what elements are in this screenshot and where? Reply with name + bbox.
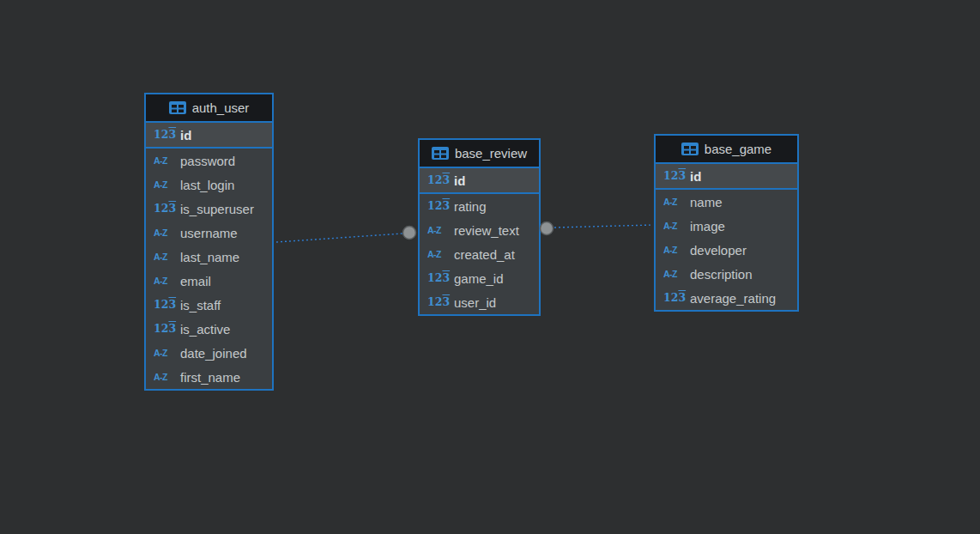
table-title: base_review <box>455 146 527 161</box>
column-row[interactable]: A-Zpassword <box>146 149 272 173</box>
column-name: id <box>690 169 701 184</box>
column-row[interactable]: 123is_active <box>146 317 272 341</box>
text-type-icon: A-Z <box>663 221 684 231</box>
column-row[interactable]: 123average_rating <box>656 286 797 310</box>
column-name: created_at <box>454 247 515 262</box>
number-type-icon: 123 <box>154 300 174 311</box>
column-row[interactable]: A-Zdeveloper <box>656 238 797 262</box>
column-row[interactable]: A-Zlast_name <box>146 245 272 269</box>
column-name: rating <box>454 199 487 214</box>
text-type-icon: A-Z <box>154 180 174 190</box>
text-type-icon: A-Z <box>154 156 174 166</box>
column-name: id <box>454 173 465 188</box>
number-type-icon: 123 <box>663 293 684 304</box>
column-name: last_name <box>180 250 239 264</box>
column-row[interactable]: 123is_superuser <box>146 197 272 221</box>
table-title: base_game <box>705 142 771 156</box>
column-row[interactable]: A-Zusername <box>146 221 272 245</box>
text-type-icon: A-Z <box>427 250 448 259</box>
column-name: is_active <box>180 322 230 337</box>
number-type-icon: 123 <box>427 175 448 186</box>
table-icon <box>169 101 186 114</box>
table-header[interactable]: base_review <box>420 140 539 168</box>
table-title: auth_user <box>192 100 250 115</box>
text-type-icon: A-Z <box>663 197 684 207</box>
number-type-icon: 123 <box>154 324 174 335</box>
text-type-icon: A-Z <box>154 373 174 382</box>
column-name: user_id <box>454 295 496 310</box>
column-name: id <box>180 128 191 143</box>
number-type-icon: 123 <box>154 130 174 141</box>
text-type-icon: A-Z <box>154 228 174 238</box>
column-name: password <box>180 154 235 168</box>
column-name: last_login <box>180 178 234 192</box>
column-row[interactable]: A-Zname <box>656 190 797 214</box>
column-row[interactable]: A-Zfirst_name <box>146 365 272 389</box>
column-name: is_superuser <box>180 202 254 216</box>
column-name: username <box>180 226 238 240</box>
column-row[interactable]: 123rating <box>420 194 539 218</box>
primary-key-row[interactable]: 123id <box>656 164 797 190</box>
er-diagram-canvas[interactable]: auth_user123idA-ZpasswordA-Zlast_login12… <box>0 0 980 534</box>
column-name: name <box>690 195 723 209</box>
text-type-icon: A-Z <box>427 226 448 235</box>
column-row[interactable]: A-Zemail <box>146 269 272 293</box>
column-row[interactable]: A-Zdescription <box>656 262 797 286</box>
text-type-icon: A-Z <box>154 349 174 358</box>
column-name: description <box>690 267 753 282</box>
column-name: first_name <box>180 370 240 385</box>
text-type-icon: A-Z <box>663 246 684 255</box>
table-base_review[interactable]: base_review123id123ratingA-Zreview_textA… <box>418 138 541 316</box>
column-name: game_id <box>454 271 504 286</box>
column-row[interactable]: A-Zcreated_at <box>420 242 539 266</box>
column-name: is_staff <box>180 298 221 313</box>
column-row[interactable]: A-Zdate_joined <box>146 341 272 365</box>
column-row[interactable]: 123game_id <box>420 266 539 290</box>
table-icon <box>681 143 699 155</box>
number-type-icon: 123 <box>663 171 684 182</box>
relationship-line-auth_user-base_review[interactable] <box>276 234 402 242</box>
column-row[interactable]: A-Zreview_text <box>420 218 539 242</box>
table-header[interactable]: auth_user <box>146 94 272 123</box>
primary-key-row[interactable]: 123id <box>420 168 539 194</box>
text-type-icon: A-Z <box>663 270 684 279</box>
number-type-icon: 123 <box>427 273 448 284</box>
column-row[interactable]: 123is_staff <box>146 293 272 317</box>
column-name: developer <box>690 243 747 258</box>
relationship-endpoint[interactable] <box>541 222 554 235</box>
primary-key-row[interactable]: 123id <box>146 123 272 149</box>
column-row[interactable]: A-Zimage <box>656 214 797 238</box>
text-type-icon: A-Z <box>154 252 174 262</box>
number-type-icon: 123 <box>154 203 174 215</box>
number-type-icon: 123 <box>427 297 448 308</box>
relationship-endpoint[interactable] <box>403 227 416 240</box>
column-name: image <box>690 219 725 234</box>
column-row[interactable]: A-Zlast_login <box>146 173 272 197</box>
column-name: email <box>180 274 211 288</box>
column-name: date_joined <box>180 346 247 361</box>
column-row[interactable]: 123user_id <box>420 290 539 314</box>
column-name: average_rating <box>690 291 776 306</box>
table-base_game[interactable]: base_game123idA-ZnameA-ZimageA-Zdevelope… <box>654 134 799 312</box>
relationship-line-base_review-base_game[interactable] <box>554 225 653 228</box>
table-header[interactable]: base_game <box>656 136 797 164</box>
text-type-icon: A-Z <box>154 276 174 286</box>
table-auth_user[interactable]: auth_user123idA-ZpasswordA-Zlast_login12… <box>144 93 274 391</box>
table-icon <box>432 147 449 160</box>
column-name: review_text <box>454 223 519 238</box>
number-type-icon: 123 <box>427 201 448 212</box>
